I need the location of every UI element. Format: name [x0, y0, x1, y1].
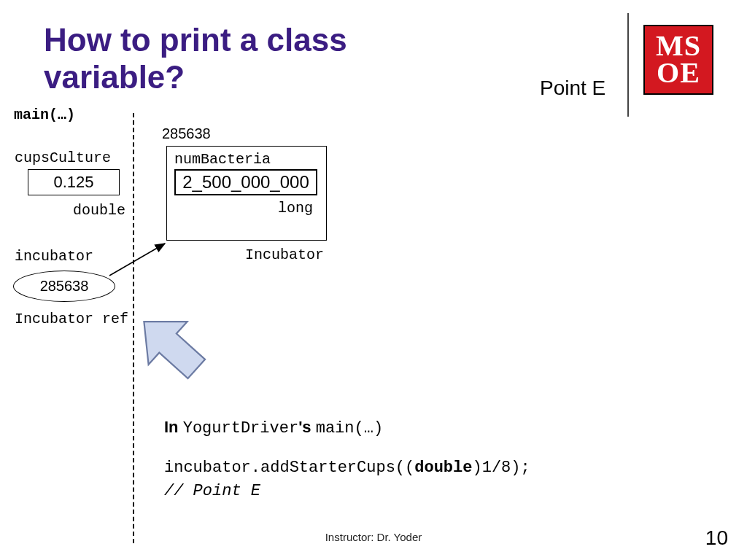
- cupsculture-type: double: [73, 202, 125, 219]
- code-comment: // Point E: [164, 480, 530, 503]
- heap-address: 285638: [162, 125, 211, 142]
- svg-line-1: [109, 244, 165, 276]
- main-word: main(…): [316, 419, 383, 438]
- point-label: Point E: [540, 77, 605, 100]
- cupsculture-label: cupsCulture: [15, 149, 111, 166]
- numbacteria-type: long: [174, 200, 313, 217]
- code-context-line: In YogurtDriver's main(…): [164, 416, 530, 440]
- incubator-ref-type: Incubator ref: [15, 311, 128, 327]
- slide-number: 10: [705, 526, 728, 550]
- logo-row-2: OE: [657, 60, 700, 87]
- header-divider: [627, 13, 629, 117]
- code-snippet: In YogurtDriver's main(…) incubator.addS…: [164, 416, 530, 503]
- slide-title: How to print a class variable?: [44, 22, 438, 96]
- cupsculture-value-box: 0.125: [28, 169, 120, 195]
- numbacteria-value-box: 2_500_000_000: [174, 169, 317, 195]
- possessive: 's: [298, 418, 311, 436]
- svg-marker-2: [131, 306, 212, 386]
- incubator-object-box: numBacteria 2_500_000_000 long: [166, 146, 327, 241]
- msoe-logo: MS OE: [643, 25, 713, 95]
- footer-instructor: Instructor: Dr. Yoder: [0, 531, 747, 543]
- main-scope-label: main(…): [14, 106, 75, 123]
- code-post: )1/8);: [472, 459, 530, 477]
- incubator-class-label: Incubator: [245, 246, 324, 263]
- in-word: In: [164, 418, 179, 436]
- incubator-ref-ellipse: 285638: [13, 271, 115, 302]
- numbacteria-label: numBacteria: [174, 151, 319, 168]
- double-keyword: double: [414, 459, 472, 477]
- incubator-var-label: incubator: [15, 248, 93, 265]
- yogurtdriver-word: YogurtDriver: [183, 419, 298, 438]
- callout-arrow-icon: [131, 306, 212, 386]
- code-pre: incubator.addStarterCups((: [164, 459, 414, 477]
- code-call-line: incubator.addStarterCups((double)1/8);: [164, 456, 530, 480]
